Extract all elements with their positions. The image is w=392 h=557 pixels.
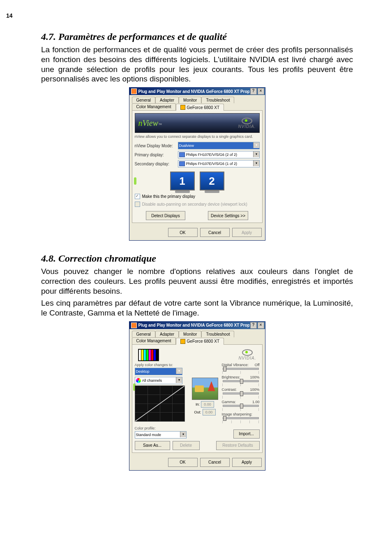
ok-button[interactable]: OK	[168, 228, 198, 237]
tab-troubleshoot[interactable]: Troubleshoot	[201, 331, 234, 337]
chevron-down-icon: ▾	[253, 160, 259, 166]
monitor-layout[interactable]: 1 2	[135, 172, 260, 190]
chevron-down-icon: ▾	[253, 142, 259, 148]
close-button[interactable]: ×	[258, 88, 264, 95]
digital-vibrance-slider[interactable]: Digital Vibrance:Off |||	[222, 363, 260, 374]
window-icon	[131, 88, 137, 94]
apply-button[interactable]: Apply	[232, 228, 262, 237]
close-button[interactable]: ×	[258, 322, 264, 329]
rgb-wheel-icon	[136, 378, 141, 383]
nview-logo-text: View	[143, 118, 159, 128]
autopan-checkbox	[135, 202, 140, 207]
in-label: In:	[196, 402, 200, 406]
mode-combobox[interactable]: Dualview ▾	[178, 142, 260, 149]
primary-value: Philips FH107E/V/S/G6 (2 of 2)	[186, 153, 238, 157]
tab-panel: nView™ NVIDIA. nView allows you to conne…	[132, 110, 263, 223]
sharpening-slider[interactable]: Image sharpening: |||||	[222, 412, 260, 423]
primary-checkbox[interactable]: ✓	[135, 194, 140, 199]
secondary-combobox[interactable]: Philips FH107E/V/S/G6 (1 of 2) ▾	[178, 160, 260, 167]
profile-combobox[interactable]: Standard mode ▾	[135, 431, 187, 439]
cancel-button[interactable]: Cancel	[200, 228, 230, 237]
tab-color-management[interactable]: Color Management	[132, 337, 176, 344]
section47-paragraph: La fonction de performances et de qualit…	[41, 45, 353, 84]
primary-combobox[interactable]: Philips FH107E/V/S/G6 (2 of 2) ▾	[178, 151, 260, 158]
channels-combobox[interactable]: All channels ▾	[135, 377, 182, 384]
tab-color-management[interactable]: Color Management	[132, 103, 176, 110]
br-label: Brightness:	[222, 375, 240, 379]
dv-value: Off	[255, 363, 260, 367]
brightness-slider[interactable]: Brightness:100% |||	[222, 375, 260, 386]
tab-troubleshoot[interactable]: Troubleshoot	[201, 97, 234, 103]
tab-general[interactable]: General	[132, 97, 156, 103]
nvidia-text: NVIDIA.	[238, 356, 256, 360]
chevron-down-icon: ▾	[176, 368, 182, 374]
tab-panel: NVIDIA. Apply color changes to: Desktop …	[132, 344, 263, 453]
channels-value: All channels	[142, 378, 162, 383]
gamma-curve[interactable]	[135, 385, 185, 422]
titlebar: Plug and Play Monitor and NVIDIA GeForce…	[129, 322, 265, 329]
apply-button[interactable]: Apply	[232, 458, 262, 467]
device-settings-button[interactable]: Device Settings >>	[208, 211, 248, 220]
ok-button[interactable]: OK	[168, 458, 198, 467]
apply-to-label: Apply color changes to:	[135, 363, 188, 367]
nvidia-eye-icon	[242, 118, 252, 124]
mode-value: Dualview	[179, 144, 194, 148]
drag-handle-icon[interactable]	[134, 177, 136, 185]
tab-geforce-label: GeForce 6800 XT	[187, 339, 219, 343]
secondary-value: Philips FH107E/V/S/G6 (1 of 2)	[186, 162, 238, 166]
curve-line-icon	[135, 386, 184, 421]
cancel-button[interactable]: Cancel	[200, 458, 230, 467]
section-title-48: 4.8. Correction chromatique	[41, 253, 353, 264]
window-icon	[131, 323, 137, 328]
page-number: 14	[6, 12, 353, 19]
tabs: General Adapter Monitor Troubleshoot Col…	[129, 329, 265, 344]
help-button[interactable]: ?	[250, 322, 257, 329]
primary-checkbox-label: Make this the primary display	[142, 194, 196, 199]
detect-displays-button[interactable]: Detect Displays	[146, 211, 185, 220]
chevron-down-icon: ▾	[180, 432, 186, 437]
tabs: General Adapter Monitor Troubleshoot Col…	[129, 95, 265, 110]
apply-to-combobox[interactable]: Desktop ▾	[135, 368, 182, 375]
profile-value: Standard mode	[136, 433, 161, 437]
nvidia-text: NVIDIA.	[238, 124, 256, 129]
nview-logo-n: n	[138, 118, 143, 128]
nvidia-logo: NVIDIA.	[238, 118, 256, 129]
preview-image	[192, 378, 218, 400]
monitor-1[interactable]: 1	[170, 172, 195, 190]
section48-paragraph1: Vous pouvez changer le nombre d'options …	[41, 267, 353, 296]
gamma-slider[interactable]: Gamma:1.00 |||	[222, 400, 260, 411]
mode-label: nView Display Mode:	[135, 144, 178, 148]
section48-paragraph2: Les cinq paramètres par défaut de votre …	[41, 298, 353, 318]
sh-label: Image sharpening:	[222, 412, 253, 416]
out-label: Out:	[194, 410, 201, 414]
tab-geforce[interactable]: GeForce 6800 XT	[176, 104, 224, 111]
svg-line-0	[135, 386, 184, 421]
tab-monitor[interactable]: Monitor	[179, 331, 201, 337]
primary-label: Primary display:	[135, 153, 178, 157]
window-title: Plug and Play Monitor and NVIDIA GeForce…	[138, 89, 249, 94]
tab-monitor[interactable]: Monitor	[179, 97, 201, 103]
monitor-2[interactable]: 2	[200, 172, 224, 190]
nview-description: nView allows you to connect separate dis…	[135, 135, 260, 139]
tab-geforce[interactable]: GeForce 6800 XT	[176, 338, 224, 345]
tab-general[interactable]: General	[132, 331, 156, 337]
profile-label: Color profile:	[135, 426, 231, 430]
nvidia-logo: NVIDIA.	[238, 349, 256, 360]
window-title: Plug and Play Monitor and NVIDIA GeForce…	[138, 323, 249, 327]
restore-defaults-button[interactable]: Restore Defaults	[216, 441, 260, 450]
import-button[interactable]: Import...	[233, 429, 260, 439]
tab-adapter[interactable]: Adapter	[155, 331, 179, 337]
help-button[interactable]: ?	[250, 88, 257, 95]
tab-geforce-label: GeForce 6800 XT	[187, 105, 219, 110]
color-bars-icon	[138, 349, 159, 361]
monitor-icon	[179, 152, 185, 157]
contrast-slider[interactable]: Contrast:100% |||	[222, 388, 260, 398]
co-value: 100%	[250, 388, 259, 392]
secondary-label: Secondary display:	[135, 162, 178, 166]
tab-adapter[interactable]: Adapter	[155, 97, 179, 103]
nview-tm: ™	[158, 123, 162, 127]
co-label: Contrast:	[222, 388, 237, 392]
nview-dialog: Plug and Play Monitor and NVIDIA GeForce…	[129, 87, 265, 241]
save-as-button[interactable]: Save As...	[135, 441, 170, 450]
delete-button[interactable]: Delete	[173, 441, 200, 450]
